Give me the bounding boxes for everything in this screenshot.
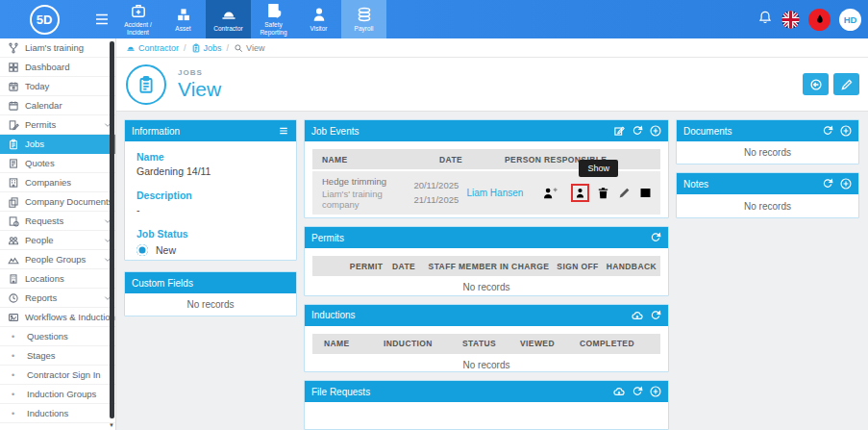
column-header: SIGN OFF <box>553 262 602 271</box>
reports-clock-icon <box>8 292 19 304</box>
safety-document-icon <box>265 2 283 19</box>
sidebar-item-companies[interactable]: Companies <box>0 173 115 192</box>
panel-title: File Requests <box>311 387 370 397</box>
edit-button[interactable] <box>833 73 859 95</box>
column-header: INDUCTION <box>380 339 459 348</box>
tab-safety-reporting[interactable]: Safety Reporting <box>251 0 296 38</box>
sidebar-item-label: Companies <box>25 177 71 188</box>
sidebar-item-label: People Groups <box>25 254 86 265</box>
sidebar-item-label: Requests <box>25 215 63 226</box>
tab-visitor[interactable]: Visitor <box>296 0 341 38</box>
refresh-icon[interactable] <box>632 386 643 397</box>
column-header: DATE <box>435 155 501 164</box>
sidebar-item-label: Reports <box>25 292 57 303</box>
sidebar-item-label: Contractor Sign In <box>27 369 101 380</box>
sidebar-item-stages[interactable]: Stages <box>0 346 115 366</box>
top-bar: 5D Accident / Incident Asset Contractor … <box>0 0 868 38</box>
sidebar-item-inductions[interactable]: Inductions <box>0 404 115 423</box>
sidebar-item-label: Company Documents <box>25 196 112 207</box>
event-date-from: 20/11/2025 <box>413 179 466 192</box>
calendar-day-icon <box>8 81 19 92</box>
sidebar-item-requests[interactable]: Requests <box>0 212 115 231</box>
permits-panel: Permits PERMIT DATE STAFF MEMBER IN CHAR… <box>304 226 669 295</box>
alert-button[interactable] <box>808 9 831 31</box>
breadcrumb-jobs[interactable]: Jobs <box>191 43 222 53</box>
sidebar-item-label: Stages <box>27 350 56 361</box>
delete-button[interactable] <box>596 186 610 200</box>
tab-label: Contractor <box>213 25 242 33</box>
cloud-download-icon[interactable] <box>632 310 643 321</box>
list-icon[interactable] <box>278 125 289 137</box>
tab-payroll[interactable]: Payroll <box>341 0 386 38</box>
brand-logo[interactable]: 5D <box>30 5 60 35</box>
hamburger-icon <box>95 13 109 25</box>
clipboard-icon <box>136 75 156 94</box>
add-circle-icon[interactable] <box>650 386 661 397</box>
job-status-label: Job Status <box>136 228 285 240</box>
sidebar-item-contractor-sign-in[interactable]: Contractor Sign In <box>0 366 115 385</box>
sidebar-item-workflows-inductions[interactable]: Workflows & Inductions <box>0 308 115 327</box>
show-tooltip: Show <box>579 160 618 177</box>
sidebar-item-locations[interactable]: Locations <box>0 269 115 289</box>
sidebar-item-today[interactable]: Today <box>0 77 115 96</box>
sidebar-item-company-documents[interactable]: Company Documents <box>0 192 115 212</box>
tab-accident-incident[interactable]: Accident / Incident <box>115 0 161 38</box>
sidebar-item-label: Jobs <box>25 139 44 149</box>
panel-title: Documents <box>683 126 732 137</box>
column-header: COMPLETED <box>576 339 638 348</box>
pencil-icon <box>617 186 632 200</box>
compose-icon[interactable] <box>613 125 625 137</box>
breadcrumb-separator: / <box>227 43 230 53</box>
asset-boxes-icon <box>175 6 192 23</box>
sidebar-item-jobs[interactable]: Jobs <box>0 135 115 154</box>
search-icon <box>234 43 243 53</box>
sidebar-scrollbar[interactable] <box>110 41 114 418</box>
tab-asset[interactable]: Asset <box>161 0 206 38</box>
sidebar-item-label: Calendar <box>25 100 62 111</box>
page-kicker: JOBS <box>178 68 221 77</box>
sidebar-toggle-button[interactable] <box>88 0 115 38</box>
breadcrumb-contractor[interactable]: Contractor <box>126 43 179 53</box>
logo-wrap[interactable]: 5D <box>0 0 88 38</box>
notes-panel: Notes No records <box>676 172 859 218</box>
show-person-button-highlighted[interactable] <box>571 184 589 202</box>
columns-button[interactable] <box>638 186 653 200</box>
sidebar-item-reports[interactable]: Reports <box>0 289 115 308</box>
tab-label: Accident / Incident <box>115 21 161 37</box>
sidebar-item-permits[interactable]: Permits <box>0 115 115 135</box>
sidebar-item-label: Today <box>25 81 49 91</box>
sidebar-item-liams-training[interactable]: Liam's training <box>0 38 115 58</box>
edit-event-button[interactable] <box>617 186 632 200</box>
add-circle-icon[interactable] <box>840 178 852 190</box>
tab-contractor[interactable]: Contractor <box>206 0 251 38</box>
person-responsible-link[interactable]: Liam Hansen <box>466 188 523 198</box>
refresh-icon[interactable] <box>632 125 643 137</box>
add-circle-icon[interactable] <box>840 125 852 137</box>
sidebar-item-people-groups[interactable]: People Groups <box>0 250 115 269</box>
scroll-down-arrow-icon[interactable]: ▼ <box>108 419 115 430</box>
refresh-icon[interactable] <box>822 125 833 137</box>
event-company: Liam's' training company <box>322 189 413 210</box>
user-avatar[interactable]: HD <box>839 9 861 31</box>
language-flag-button[interactable] <box>781 11 800 29</box>
visitor-person-icon <box>310 6 328 23</box>
sidebar-item-induction-groups[interactable]: Induction Groups <box>0 385 115 404</box>
sidebar-item-calendar[interactable]: Calendar <box>0 96 115 115</box>
job-status-value: New <box>156 244 176 256</box>
sidebar-item-dashboard[interactable]: Dashboard <box>0 58 115 77</box>
assign-person-button[interactable] <box>541 186 558 200</box>
refresh-icon[interactable] <box>650 232 661 243</box>
information-panel: Information Name Gardening 14/11 Descrip… <box>124 119 297 261</box>
sidebar-item-quotes[interactable]: Quotes <box>0 154 115 173</box>
sidebar-item-people[interactable]: People <box>0 231 115 250</box>
column-header: HANDBACK <box>603 262 660 271</box>
sidebar-item-questions[interactable]: Questions <box>0 327 115 346</box>
notifications-button[interactable] <box>757 10 773 29</box>
person-icon <box>574 187 586 199</box>
back-button[interactable] <box>803 73 829 95</box>
refresh-icon[interactable] <box>650 310 661 321</box>
refresh-icon[interactable] <box>822 178 833 190</box>
add-circle-icon[interactable] <box>650 125 661 137</box>
cloud-download-icon[interactable] <box>613 386 625 397</box>
breadcrumb-separator: / <box>184 43 186 53</box>
